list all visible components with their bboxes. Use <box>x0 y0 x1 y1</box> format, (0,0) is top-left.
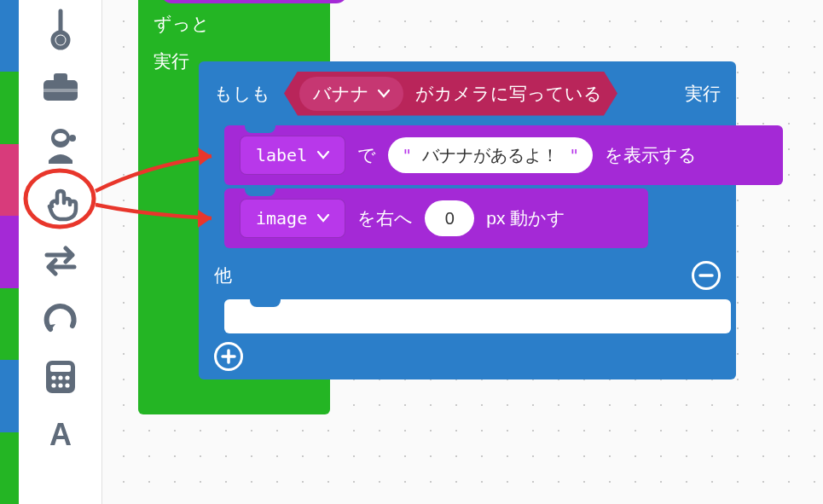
move-image-block[interactable]: image を右へ 0 px 動かす <box>224 188 648 248</box>
if-body: label で " バナナがあるよ！ " を表示する image を右へ 0 p… <box>199 125 736 248</box>
svg-point-6 <box>55 133 67 142</box>
block-text-mid: で <box>357 143 376 167</box>
condition-camera-detects[interactable]: バナナ がカメラに写っている <box>284 72 617 116</box>
toolbox-icon[interactable] <box>19 58 102 116</box>
condition-suffix: がカメラに写っている <box>415 82 602 106</box>
number-input-oval[interactable]: 0 <box>425 200 474 236</box>
svg-point-13 <box>51 383 55 387</box>
plus-icon <box>221 349 236 364</box>
loop-forever-label: ずっと <box>138 0 330 43</box>
svg-point-11 <box>58 375 62 379</box>
svg-point-12 <box>65 375 69 379</box>
swap-icon[interactable] <box>19 232 102 290</box>
svg-rect-3 <box>54 73 67 82</box>
block-text-pre: を右へ <box>357 206 413 230</box>
toolbox-column: A <box>19 0 102 504</box>
thermometer-icon[interactable] <box>19 0 102 58</box>
if-header: もしも バナナ がカメラに写っている 実行 <box>199 61 736 125</box>
calculator-icon[interactable] <box>19 348 102 406</box>
svg-rect-4 <box>43 89 78 92</box>
svg-text:A: A <box>49 418 72 452</box>
svg-point-1 <box>58 38 63 43</box>
minus-icon <box>698 268 714 283</box>
set-label-text-block[interactable]: label で " バナナがあるよ！ " を表示する <box>224 125 783 185</box>
widget-selector-dropdown[interactable]: image <box>240 199 345 238</box>
pointer-icon[interactable] <box>19 174 102 232</box>
svg-point-15 <box>65 383 69 387</box>
svg-point-7 <box>69 135 76 142</box>
astronaut-icon[interactable] <box>19 116 102 174</box>
condition-object-dropdown[interactable]: バナナ <box>299 77 403 111</box>
svg-rect-9 <box>50 365 71 372</box>
else-keyword: 他 <box>214 264 232 287</box>
dropdown-value: image <box>256 208 307 229</box>
block-connector-cap <box>160 0 348 3</box>
if-block[interactable]: もしも バナナ がカメラに写っている 実行 label で " バナナがあるよ！… <box>199 61 736 379</box>
text-value: バナナがあるよ！ <box>422 144 559 167</box>
add-branch-button[interactable] <box>214 342 243 371</box>
number-value: 0 <box>445 209 455 229</box>
svg-point-14 <box>58 383 62 387</box>
else-body-slot[interactable] <box>224 299 731 333</box>
svg-point-10 <box>51 375 55 379</box>
if-exec-label: 実行 <box>685 82 721 106</box>
dropdown-value: バナナ <box>313 82 369 106</box>
undo-icon[interactable] <box>19 290 102 348</box>
block-text-suffix: を表示する <box>605 143 697 167</box>
chevron-down-icon <box>317 151 329 159</box>
else-header: 他 <box>199 252 736 299</box>
chevron-down-icon <box>378 90 390 98</box>
chevron-down-icon <box>317 214 329 223</box>
category-color-strip <box>0 0 19 504</box>
text-input-oval[interactable]: " バナナがあるよ！ " <box>388 137 593 173</box>
dropdown-value: label <box>256 145 307 165</box>
widget-selector-dropdown[interactable]: label <box>240 136 345 175</box>
text-icon[interactable]: A <box>19 406 102 464</box>
remove-else-button[interactable] <box>692 261 721 290</box>
if-keyword: もしも <box>214 82 270 106</box>
block-text-post: px 動かす <box>486 206 565 230</box>
